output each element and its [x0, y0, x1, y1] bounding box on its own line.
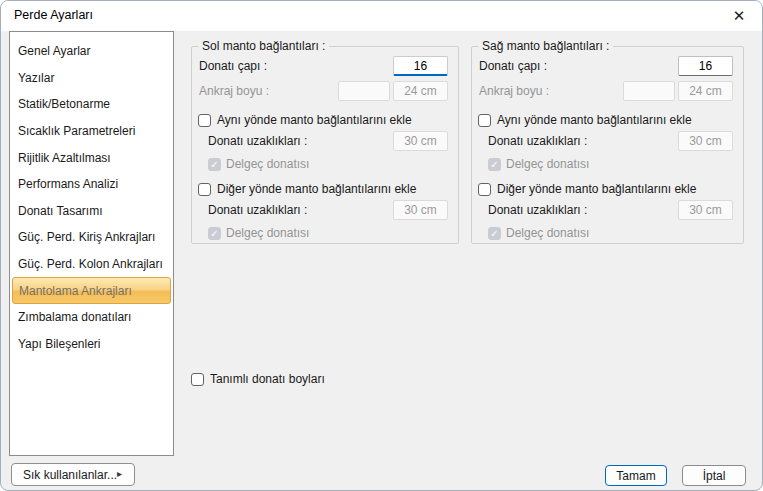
- diger-yonde-checkbox[interactable]: [198, 183, 211, 196]
- sidebar-item-donati-tasarimi[interactable]: Donatı Tasarımı: [10, 198, 173, 225]
- delgec-donatisi-checkbox-checked-icon: ✓: [488, 158, 501, 171]
- sidebar-item-sicaklik-parametreleri[interactable]: Sıcaklık Parametreleri: [10, 118, 173, 145]
- sidebar-item-label: Yazılar: [18, 71, 54, 85]
- donati-uzakliklari-input: [678, 200, 733, 220]
- sidebar-item-yapi-bilesenleri[interactable]: Yapı Bileşenleri: [10, 331, 173, 358]
- ankraj-boyu-extra-input: [623, 81, 675, 101]
- delgec-donatisi-label: Delgeç donatısı: [506, 226, 589, 240]
- favorites-button-label: Sık kullanılanlar...: [12, 468, 117, 482]
- donati-uzakliklari-input: [393, 200, 448, 220]
- ok-button-label: Tamam: [616, 469, 655, 483]
- title-bar: Perde Ayarları ✕: [1, 1, 762, 31]
- sidebar-item-mantolama-ankrajlari[interactable]: Mantolama Ankrajları: [12, 277, 171, 304]
- delgec-donatisi-label: Delgeç donatısı: [226, 157, 309, 171]
- close-icon[interactable]: ✕: [726, 4, 752, 28]
- sidebar-item-label: Donatı Tasarımı: [18, 204, 102, 218]
- cancel-button[interactable]: İptal: [682, 465, 746, 486]
- sidebar-item-statik-betonarme[interactable]: Statik/Betonarme: [10, 91, 173, 118]
- ayni-yonde-label: Aynı yönde manto bağlantılarını ekle: [217, 113, 412, 127]
- cancel-button-label: İptal: [703, 469, 726, 483]
- donati-capi-input[interactable]: [678, 56, 733, 76]
- sidebar-item-label: Güç. Perd. Kolon Ankrajları: [18, 257, 163, 271]
- ankraj-boyu-label: Ankraj boyu :: [479, 84, 549, 98]
- group-title: Sol manto bağlantıları :: [198, 39, 329, 53]
- donati-capi-input[interactable]: [393, 56, 448, 76]
- donati-uzakliklari-label: Donatı uzaklıkları :: [488, 134, 587, 148]
- sidebar-item-label: Güç. Perd. Kiriş Ankrajları: [18, 230, 155, 244]
- right-manto-group: Sağ manto bağlantıları : Donatı çapı : A…: [471, 46, 744, 244]
- sidebar-item-label: Genel Ayarlar: [18, 44, 91, 58]
- delgec-donatisi-label: Delgeç donatısı: [226, 226, 309, 240]
- ayni-yonde-label: Aynı yönde manto bağlantılarını ekle: [497, 113, 692, 127]
- donati-capi-label: Donatı çapı :: [479, 59, 547, 73]
- sidebar-item-zimbalama-donatilari[interactable]: Zımbalama donatıları: [10, 304, 173, 331]
- delgec-donatisi-checkbox-checked-icon: ✓: [208, 227, 221, 240]
- donati-uzakliklari-input: [393, 131, 448, 151]
- donati-uzakliklari-label: Donatı uzaklıkları :: [208, 134, 307, 148]
- ankraj-boyu-input: [393, 81, 448, 101]
- ankraj-boyu-label: Ankraj boyu :: [199, 84, 269, 98]
- donati-uzakliklari-label: Donatı uzaklıkları :: [488, 203, 587, 217]
- delgec-donatisi-checkbox-checked-icon: ✓: [208, 158, 221, 171]
- tanimli-donati-boylari-label: Tanımlı donatı boyları: [210, 372, 325, 386]
- left-manto-group: Sol manto bağlantıları : Donatı çapı : A…: [191, 46, 459, 244]
- ok-button[interactable]: Tamam: [605, 465, 667, 486]
- favorites-button[interactable]: Sık kullanılanlar... ▸: [11, 463, 135, 486]
- tanimli-donati-boylari-checkbox[interactable]: [191, 373, 204, 386]
- sidebar-item-label: Mantolama Ankrajları: [19, 284, 132, 298]
- diger-yonde-label: Diğer yönde manto bağlantılarını ekle: [217, 182, 416, 196]
- donati-capi-label: Donatı çapı :: [199, 59, 267, 73]
- sidebar-item-rijitlik-azaltilmasi[interactable]: Rijitlik Azaltılması: [10, 144, 173, 171]
- settings-category-list: Genel Ayarlar Yazılar Statik/Betonarme S…: [9, 31, 174, 456]
- sidebar-item-yazilar[interactable]: Yazılar: [10, 65, 173, 92]
- ankraj-boyu-extra-input: [338, 81, 390, 101]
- diger-yonde-label: Diğer yönde manto bağlantılarını ekle: [497, 182, 696, 196]
- sidebar-item-label: Zımbalama donatıları: [18, 310, 131, 324]
- sidebar-item-guc-perd-kiris-ankrajlari[interactable]: Güç. Perd. Kiriş Ankrajları: [10, 224, 173, 251]
- diger-yonde-checkbox[interactable]: [478, 183, 491, 196]
- dialog-title: Perde Ayarları: [14, 8, 93, 22]
- ankraj-boyu-input: [678, 81, 733, 101]
- sidebar-item-label: Performans Analizi: [18, 177, 118, 191]
- ayni-yonde-checkbox[interactable]: [478, 114, 491, 127]
- ayni-yonde-checkbox[interactable]: [198, 114, 211, 127]
- sidebar-item-label: Rijitlik Azaltılması: [18, 151, 111, 165]
- delgec-donatisi-checkbox-checked-icon: ✓: [488, 227, 501, 240]
- group-title: Sağ manto bağlantıları :: [478, 39, 613, 53]
- perde-ayarlari-dialog: Perde Ayarları ✕ Genel Ayarlar Yazılar S…: [0, 0, 763, 491]
- sidebar-item-label: Yapı Bileşenleri: [18, 337, 101, 351]
- sidebar-item-label: Statik/Betonarme: [18, 97, 110, 111]
- sidebar-item-genel-ayarlar[interactable]: Genel Ayarlar: [10, 38, 173, 65]
- delgec-donatisi-label: Delgeç donatısı: [506, 157, 589, 171]
- sidebar-item-performans-analizi[interactable]: Performans Analizi: [10, 171, 173, 198]
- menu-arrow-icon: ▸: [117, 468, 122, 479]
- sidebar-item-label: Sıcaklık Parametreleri: [18, 124, 135, 138]
- sidebar-item-guc-perd-kolon-ankrajlari[interactable]: Güç. Perd. Kolon Ankrajları: [10, 251, 173, 278]
- donati-uzakliklari-label: Donatı uzaklıkları :: [208, 203, 307, 217]
- donati-uzakliklari-input: [678, 131, 733, 151]
